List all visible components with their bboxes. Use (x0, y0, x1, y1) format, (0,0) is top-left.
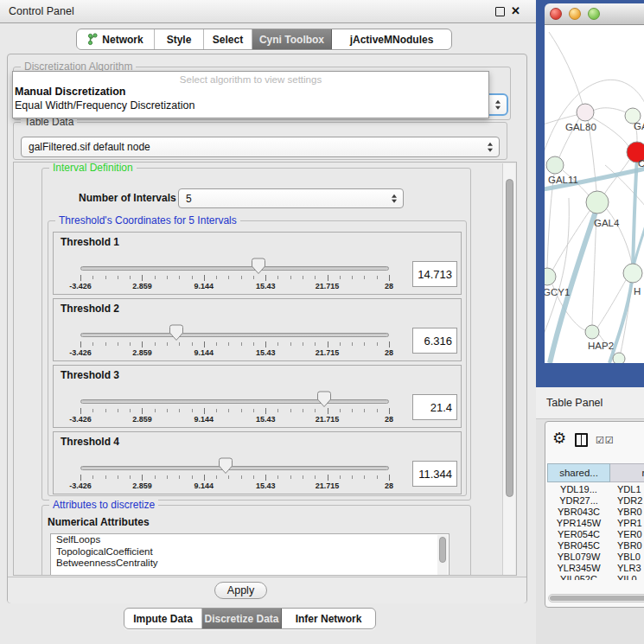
table-header-row: shared... n (547, 463, 644, 482)
tab-infer-network[interactable]: Infer Network (282, 609, 375, 628)
tick-label: 21.715 (316, 348, 340, 357)
tick-label: 2.859 (132, 348, 152, 357)
table-row[interactable]: YBL079WYBL0 (547, 551, 644, 562)
threshold-value-field[interactable]: 6.316 (412, 328, 457, 354)
table-panel-header: Table Panel (536, 387, 644, 419)
tab-network[interactable]: Network (77, 29, 155, 49)
numerical-attributes-list[interactable]: SelfLoopsTopologicalCoefficientBetweenne… (50, 533, 450, 576)
network-node[interactable] (623, 264, 642, 283)
tab-impute-data[interactable]: Impute Data (124, 609, 202, 628)
slider-thumb[interactable] (316, 391, 332, 408)
select-columns-icon[interactable]: ☑☑ (596, 435, 615, 446)
slider-tick-labels: -3.4262.8599.14415.4321.71528 (80, 282, 389, 290)
table-row[interactable]: YDL19...YDL1 (547, 483, 644, 494)
tick-label: 2.859 (132, 481, 152, 490)
slider-tick-labels: -3.4262.8599.14415.4321.71528 (80, 348, 389, 357)
threshold-value-field[interactable]: 21.4 (412, 394, 457, 420)
table-row[interactable]: YBR043CYBR0 (547, 506, 644, 517)
threshold-label: Threshold 4 (61, 436, 119, 448)
slider-track[interactable] (80, 266, 389, 271)
attribute-item[interactable]: TopologicalCoefficient (51, 546, 449, 558)
popup-option-equal-width-frequency[interactable]: Equal Width/Frequency Discretization (13, 99, 488, 112)
close-traffic-light-icon[interactable] (550, 8, 562, 20)
network-desktop: GAL80GAL11GAL4GCY1HHAP2GAC (536, 0, 644, 387)
threshold-panel: Threshold 4-3.4262.8599.14415.4321.71528… (53, 431, 462, 494)
apply-button[interactable]: Apply (214, 582, 267, 599)
threshold-label: Threshold 2 (61, 303, 119, 315)
network-node[interactable] (545, 268, 556, 285)
table-row[interactable]: YPR145WYPR1 (547, 517, 644, 528)
tab-label: Select (213, 34, 243, 46)
network-canvas[interactable]: GAL80GAL11GAL4GCY1HHAP2GAC (545, 25, 644, 363)
slider-thumb[interactable] (169, 324, 184, 341)
slider-track[interactable] (80, 333, 389, 337)
threshold-value-field[interactable]: 11.344 (412, 461, 457, 487)
network-node[interactable] (585, 325, 599, 339)
table-row[interactable]: YER054CYER0 (547, 528, 644, 539)
attribute-item[interactable]: SelfLoops (51, 534, 449, 546)
tick-label: 2.859 (132, 415, 152, 424)
popup-option-manual-discretization[interactable]: Manual Discretization (13, 85, 488, 99)
tick-label: 21.715 (316, 481, 340, 490)
spinner-arrows-icon (392, 194, 397, 203)
node-label: GAL4 (594, 218, 620, 228)
network-node[interactable] (586, 191, 609, 214)
slider-thumb[interactable] (218, 457, 233, 475)
network-window-titlebar[interactable] (545, 3, 644, 25)
network-node[interactable] (546, 156, 564, 174)
control-panel-titlebar: Control Panel ✕ (0, 0, 536, 23)
attributes-scrollbar[interactable] (437, 535, 448, 576)
scrollbar-thumb[interactable] (506, 179, 513, 497)
tab-label: jActiveMNodules (350, 34, 434, 46)
slider-track[interactable] (80, 466, 389, 470)
tick-label: -3.426 (69, 348, 92, 357)
slider-tick-labels: -3.4262.8599.14415.4321.71528 (80, 415, 389, 424)
tab-style[interactable]: Style (155, 29, 204, 49)
threshold-label: Threshold 1 (61, 236, 119, 248)
cell-name: YDR2 (610, 494, 644, 506)
settings-vertical-scrollbar[interactable] (502, 163, 515, 576)
table-row[interactable]: YIL052CYIL0 (547, 573, 644, 580)
slider-tick-labels: -3.4262.8599.14415.4321.71528 (80, 481, 389, 490)
table-data-combobox[interactable]: galFiltered.sif default node (21, 137, 500, 157)
zoom-traffic-light-icon[interactable] (588, 8, 600, 20)
slider-track[interactable] (80, 399, 389, 404)
close-icon[interactable]: ✕ (511, 4, 520, 17)
column-header-shared-name[interactable]: shared... (547, 463, 610, 482)
threshold-value-field[interactable]: 14.713 (412, 261, 457, 287)
threshold-panel: Threshold 1-3.4262.8599.14415.4321.71528… (53, 232, 462, 295)
node-label: GCY1 (545, 287, 570, 297)
table-row[interactable]: YDR27...YDR2 (547, 494, 644, 506)
tick-label: 28 (385, 282, 393, 290)
number-of-intervals-label: Number of Intervals (79, 192, 176, 204)
top-tab-bar: Network Style Select Cyni Toolbox jActiv… (76, 29, 452, 50)
group-title: Attributes to discretize (49, 499, 158, 511)
number-of-intervals-combobox[interactable]: 5 (178, 188, 404, 208)
tab-select[interactable]: Select (204, 29, 252, 49)
slider-thumb[interactable] (251, 258, 266, 275)
network-node[interactable] (577, 104, 594, 121)
scrollbar-thumb[interactable] (550, 596, 644, 601)
network-node[interactable] (613, 353, 625, 363)
column-header-name[interactable]: n (610, 463, 644, 482)
float-window-icon[interactable] (495, 7, 505, 16)
tab-cyni-toolbox[interactable]: Cyni Toolbox (252, 29, 332, 49)
table-horizontal-scrollbar[interactable] (548, 594, 644, 603)
table-row[interactable]: YLR345WYLR3 (547, 562, 644, 573)
apply-strip: Apply (8, 577, 526, 603)
tab-label: Style (167, 34, 192, 46)
minimize-traffic-light-icon[interactable] (569, 8, 581, 20)
tab-jactivemnodules[interactable]: jActiveMNodules (332, 29, 451, 49)
attributes-group: Attributes to discretize Numerical Attri… (41, 505, 471, 576)
group-title: Threshold's Coordinates for 5 Intervals (55, 214, 240, 226)
tick-label: 15.43 (256, 481, 276, 490)
cell-shared-name: YDR27... (547, 494, 610, 506)
attribute-item[interactable]: BetweennessCentrality (51, 558, 449, 570)
table-row[interactable]: YBR045CYBR0 (547, 539, 644, 551)
cyni-toolbox-content: Discretization Algorithm Select algorith… (7, 54, 527, 603)
gear-icon[interactable]: ⚙ (552, 430, 566, 446)
scrollbar-thumb[interactable] (439, 537, 446, 563)
tab-label: Cyni Toolbox (259, 34, 324, 46)
columns-icon[interactable] (575, 433, 588, 447)
tab-discretize-data[interactable]: Discretize Data (202, 609, 282, 628)
